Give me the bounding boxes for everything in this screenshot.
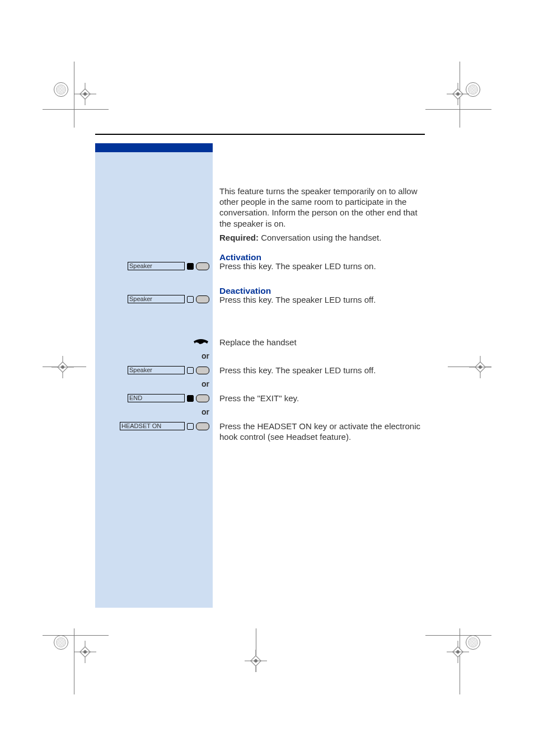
required-label: Required:	[219, 233, 259, 242]
key-row-handset	[95, 339, 209, 346]
required-text: Conversation using the handset.	[259, 233, 381, 242]
or-label: or	[202, 407, 209, 416]
print-register-cross	[447, 641, 469, 663]
print-register-cross	[74, 83, 96, 105]
key-button-icon	[196, 422, 209, 430]
required-line: Required: Conversation using the handset…	[219, 232, 425, 243]
or-label: or	[202, 379, 209, 388]
key-button-icon	[196, 395, 209, 402]
crop-line	[43, 635, 109, 636]
led-off-icon	[187, 296, 194, 303]
or-label: or	[202, 351, 209, 360]
key-button-icon	[196, 262, 209, 270]
print-register-ring	[54, 635, 68, 650]
crop-line	[425, 635, 491, 636]
key-label: END	[128, 394, 185, 402]
print-register-cross	[447, 83, 469, 105]
key-label: HEADSET ON	[120, 422, 185, 430]
print-register-cross	[74, 641, 96, 663]
key-label: Speaker	[128, 262, 185, 270]
print-register-cross	[469, 356, 491, 378]
key-row-speaker-on: Speaker	[95, 262, 209, 270]
key-label: Speaker	[128, 366, 185, 374]
crop-line	[43, 109, 109, 110]
page-rule	[95, 134, 425, 135]
handset-icon	[193, 339, 209, 346]
deactivation-text: Press this key. The speaker LED turns of…	[219, 294, 425, 305]
blue-header-bar	[95, 143, 213, 152]
key-row-speaker-off: Speaker	[95, 295, 209, 303]
key-button-icon	[196, 295, 209, 303]
print-register-ring	[54, 82, 68, 97]
replace-handset-text: Replace the handset	[219, 337, 425, 348]
activation-text: Press this key. The speaker LED turns on…	[219, 261, 425, 271]
print-register-cross	[245, 650, 267, 672]
key-column: Speaker Speaker or Speak	[95, 143, 213, 608]
led-off-icon	[187, 423, 194, 430]
key-row-headset: HEADSET ON	[95, 422, 209, 430]
led-on-icon	[187, 395, 194, 402]
crop-line	[425, 109, 491, 110]
speaker-off-text: Press this key. The speaker LED turns of…	[219, 365, 425, 375]
key-row-end: END	[95, 394, 209, 402]
key-label: Speaker	[128, 295, 185, 303]
headset-text: Press the HEADSET ON key or activate the…	[219, 421, 425, 442]
end-text: Press the "EXIT" key.	[219, 393, 425, 403]
print-register-cross	[51, 356, 74, 378]
intro-text: This feature turns the speaker temporari…	[219, 186, 425, 229]
key-button-icon	[196, 367, 209, 374]
led-off-icon	[187, 367, 194, 374]
led-on-icon	[187, 263, 194, 270]
key-row-speaker-off-2: Speaker	[95, 366, 209, 374]
